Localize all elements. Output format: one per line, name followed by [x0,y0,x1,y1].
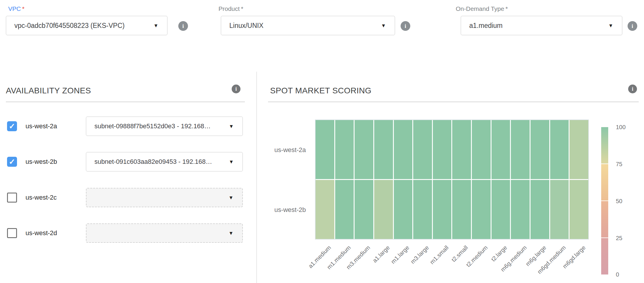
heatmap-cell [550,180,569,239]
subnet-select-value: subnet-09888f7be5152d0e3 - 192.168… [94,122,222,130]
colorbar-tick-label: 100 [616,124,626,131]
heatmap-cell [570,180,588,239]
product-info-icon[interactable]: i [401,21,410,31]
zone-row: us-west-2c▼ [0,188,257,207]
zone-checkbox-us-west-2d[interactable] [7,228,17,238]
heatmap-cell [511,180,530,239]
on-demand-type-select[interactable]: a1.medium ▼ [461,16,622,35]
heatmap-cell [316,120,334,179]
zone-checkbox-us-west-2a[interactable]: ✓ [7,121,17,131]
chevron-down-icon: ▼ [608,23,613,28]
subnet-select-us-west-2b[interactable]: subnet-091c603aa82e09453 - 192.168…▼ [86,152,243,171]
chevron-down-icon: ▼ [229,124,234,129]
colorbar-segment [601,201,608,237]
zone-label: us-west-2b [26,158,57,166]
heatmap-column-label: m3.large [409,244,430,265]
heatmap-cell [394,180,413,239]
on-demand-type-select-value: a1.medium [461,22,622,30]
spot-market-heatmap [315,119,589,240]
heatmap-column-label: a1.large [371,244,391,264]
spot-market-scoring-rule [268,102,639,102]
heatmap-cell [316,180,334,239]
chevron-down-icon: ▼ [228,195,233,200]
heatmap-cell [531,180,549,239]
heatmap-cell [472,120,491,179]
zone-label: us-west-2d [26,229,57,237]
spot-market-scoring-title: SPOT MARKET SCORING [270,86,372,95]
heatmap-cell [335,180,354,239]
colorbar-segment [601,164,608,201]
heatmap-cell [374,180,393,239]
heatmap-row-label: us-west-2a [262,146,306,154]
subnet-select-us-west-2d[interactable]: ▼ [86,223,243,243]
heatmap-cell [335,120,354,179]
chevron-down-icon: ▼ [228,231,233,236]
on-demand-type-label: On-Demand Type* [456,5,508,12]
chevron-down-icon: ▼ [381,23,386,28]
heatmap-cell [355,120,373,179]
zone-label: us-west-2c [26,194,57,201]
colorbar-tick-label: 50 [616,198,622,205]
zone-row: ✓us-west-2asubnet-09888f7be5152d0e3 - 19… [0,117,257,136]
zone-checkbox-us-west-2b[interactable]: ✓ [7,157,17,167]
colorbar-segment [601,127,608,164]
required-asterisk: * [505,5,508,12]
on-demand-type-info-icon[interactable]: i [628,21,637,31]
zone-rows: ✓us-west-2asubnet-09888f7be5152d0e3 - 19… [0,0,257,283]
chevron-down-icon: ▼ [229,159,234,164]
heatmap-cell [413,120,432,179]
heatmap-column-label: t2.large [490,244,509,263]
subnet-select-us-west-2c[interactable]: ▼ [86,188,243,207]
colorbar-segment [601,238,608,274]
zone-label: us-west-2a [26,122,57,130]
heatmap-cell [433,120,452,179]
zone-checkbox-us-west-2c[interactable] [7,193,17,203]
heatmap-cell [452,180,471,239]
heatmap-cell [413,180,432,239]
heatmap-cell [511,120,530,179]
heatmap-cell [374,120,393,179]
on-demand-type-label-text: On-Demand Type [456,5,504,12]
zone-row: ✓us-west-2bsubnet-091c603aa82e09453 - 19… [0,152,257,171]
heatmap-cell [550,120,569,179]
heatmap-row-label: us-west-2b [262,206,306,214]
colorbar-tick-label: 25 [616,235,622,242]
colorbar-tick-label: 0 [616,271,619,278]
heatmap-cell [433,180,452,239]
spot-market-scoring-info-icon[interactable]: i [628,85,637,93]
heatmap-column-label: t2.small [450,244,470,263]
subnet-select-us-west-2a[interactable]: subnet-09888f7be5152d0e3 - 192.168…▼ [86,117,243,136]
colorbar-tick-label: 75 [616,161,622,168]
heatmap-cell [570,120,588,179]
heatmap-cell [452,120,471,179]
heatmap-cell [492,120,510,179]
zone-row: us-west-2d▼ [0,223,257,243]
heatmap-column-label: t2.medium [465,244,489,268]
heatmap-cell [472,180,491,239]
heatmap-cell [492,180,510,239]
heatmap-cell [355,180,373,239]
subnet-select-value: subnet-091c603aa82e09453 - 192.168… [94,158,222,166]
heatmap-cell [394,120,413,179]
heatmap-colorbar [601,127,608,274]
heatmap-column-label: m1.large [390,244,411,265]
heatmap-column-label: m1.small [428,244,450,266]
heatmap-cell [531,120,549,179]
